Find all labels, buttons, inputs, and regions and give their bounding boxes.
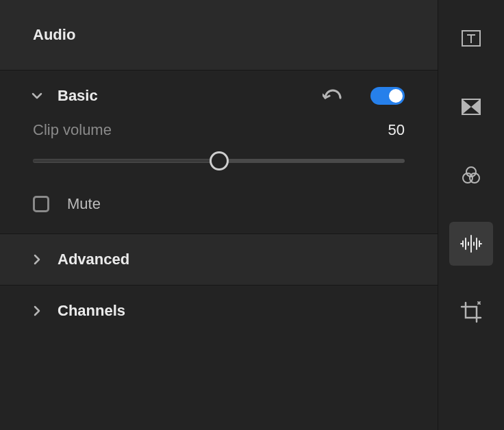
slider-thumb[interactable] [210,151,229,170]
clip-volume-value[interactable]: 50 [388,121,405,139]
reset-icon[interactable] [323,89,343,103]
section-basic-toggle[interactable] [370,87,405,105]
section-advanced: Advanced [0,234,438,286]
crop-icon [460,301,482,323]
clip-volume-label: Clip volume [33,121,112,139]
section-basic: Basic Clip volume 50 Mute [0,71,438,234]
audio-panel: Audio Basic Clip volume 50 [0,0,438,430]
section-advanced-title: Advanced [58,251,405,268]
audio-tool[interactable] [449,222,493,266]
clip-volume-slider[interactable] [33,151,405,170]
transitions-tool[interactable] [449,85,493,129]
right-rail [438,0,504,430]
chevron-right-icon [30,253,44,266]
section-channels-title: Channels [58,302,405,320]
titles-tool[interactable] [449,16,493,60]
section-channels: Channels [0,286,438,336]
audio-icon [459,234,483,253]
color-tool[interactable] [449,153,493,197]
section-basic-header[interactable]: Basic [0,71,438,121]
panel-title: Audio [0,0,438,71]
section-channels-header[interactable]: Channels [0,286,438,336]
mute-label: Mute [67,195,101,213]
crop-tool[interactable] [449,290,493,334]
color-icon [461,165,481,186]
mute-checkbox[interactable] [33,196,49,212]
chevron-down-icon [30,89,44,103]
section-basic-body: Clip volume 50 Mute [0,121,438,233]
section-advanced-header[interactable]: Advanced [0,234,438,285]
section-basic-title: Basic [58,87,309,105]
transitions-icon [461,97,481,117]
titles-icon [461,28,481,49]
chevron-right-icon [30,304,44,318]
